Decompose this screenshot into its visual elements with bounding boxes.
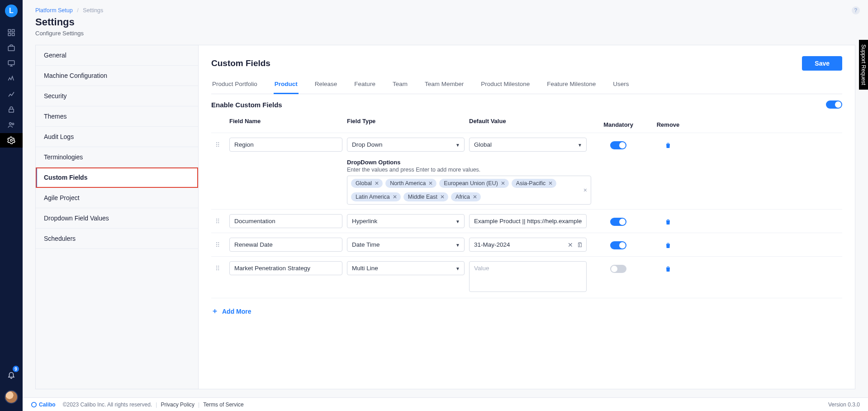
support-request-tab[interactable]: Support Request: [859, 40, 868, 90]
panel-title: Custom Fields: [211, 58, 270, 68]
sidebar-item-themes[interactable]: Themes: [36, 106, 198, 127]
help-icon[interactable]: ?: [852, 6, 860, 14]
left-nav-rail: L 9: [0, 0, 23, 411]
svg-rect-0: [8, 29, 10, 32]
tab-team-member[interactable]: Team Member: [424, 76, 465, 94]
dropdown-option-tag: Global✕: [351, 179, 383, 188]
field-type-select[interactable]: Drop Down: [347, 138, 465, 152]
tab-feature[interactable]: Feature: [353, 76, 376, 94]
sidebar-item-security[interactable]: Security: [36, 86, 198, 106]
drag-handle-icon[interactable]: ⠿: [211, 214, 225, 225]
tab-product-milestone[interactable]: Product Milestone: [480, 76, 531, 94]
footer-terms-link[interactable]: Terms of Service: [203, 401, 243, 408]
app-logo[interactable]: L: [5, 5, 18, 17]
remove-row-button[interactable]: [664, 218, 672, 227]
plus-icon: ＋: [211, 306, 218, 316]
save-button[interactable]: Save: [802, 56, 842, 71]
drag-handle-icon[interactable]: ⠿: [211, 261, 225, 272]
remove-tag-icon[interactable]: ✕: [501, 180, 505, 186]
mandatory-toggle[interactable]: [610, 265, 626, 273]
tab-release[interactable]: Release: [314, 76, 338, 94]
clear-date-icon[interactable]: ✕: [568, 241, 573, 249]
sidebar-item-custom-fields[interactable]: Custom Fields: [36, 167, 198, 188]
svg-rect-3: [12, 33, 14, 36]
dropdown-options-label: DropDown Options: [347, 159, 842, 166]
field-type-select[interactable]: Hyperlink: [347, 214, 465, 228]
svg-point-10: [32, 402, 37, 407]
rail-icon-settings[interactable]: [0, 133, 23, 148]
remove-tag-icon[interactable]: ✕: [428, 180, 433, 186]
svg-rect-1: [12, 29, 14, 32]
col-field-name: Field Name: [229, 118, 342, 124]
rail-icon-monitor[interactable]: [0, 56, 23, 71]
enable-custom-fields-label: Enable Custom Fields: [211, 101, 282, 109]
remove-tag-icon[interactable]: ✕: [548, 180, 553, 186]
rail-icon-briefcase[interactable]: [0, 41, 23, 55]
calendar-icon[interactable]: 🗓: [577, 241, 583, 249]
dropdown-option-tag: Asia-Pacific✕: [512, 179, 556, 188]
svg-rect-4: [8, 46, 14, 51]
field-type-select[interactable]: Multi Line: [347, 261, 465, 275]
enable-custom-fields-toggle[interactable]: [826, 100, 842, 109]
mandatory-toggle[interactable]: [610, 141, 626, 149]
rail-icon-notifications[interactable]: 9: [0, 368, 23, 382]
dropdown-option-tag: Middle East✕: [403, 192, 448, 201]
clear-all-tags-icon[interactable]: ×: [583, 186, 587, 194]
main-panel: Custom Fields Save Product PortfolioProd…: [198, 45, 855, 389]
user-avatar[interactable]: [5, 390, 18, 404]
svg-point-9: [10, 139, 13, 142]
remove-row-button[interactable]: [664, 241, 672, 251]
drag-handle-icon[interactable]: ⠿: [211, 138, 225, 148]
remove-tag-icon[interactable]: ✕: [393, 194, 397, 200]
sidebar-item-audit-logs[interactable]: Audit Logs: [36, 127, 198, 147]
default-value-select[interactable]: Global: [469, 138, 587, 152]
sidebar-item-agile-project[interactable]: Agile Project: [36, 188, 198, 208]
breadcrumb-root[interactable]: Platform Setup: [35, 7, 73, 14]
sidebar-item-terminologies[interactable]: Terminologies: [36, 147, 198, 167]
mandatory-toggle[interactable]: [610, 218, 626, 226]
sidebar-item-schedulers[interactable]: Schedulers: [36, 229, 198, 249]
dropdown-options-hint: Enter the values and press Enter to add …: [347, 167, 842, 173]
rail-icon-chart[interactable]: [0, 87, 23, 101]
dropdown-option-tag: Latin America✕: [351, 192, 401, 201]
sidebar-item-dropdown-field-values[interactable]: Dropdown Field Values: [36, 208, 198, 229]
drag-handle-icon[interactable]: ⠿: [211, 238, 225, 249]
field-name-input[interactable]: [229, 238, 342, 252]
dropdown-option-tag: European Union (EU)✕: [439, 179, 509, 188]
breadcrumb-leaf: Settings: [83, 7, 103, 14]
footer-privacy-link[interactable]: Privacy Policy: [161, 401, 194, 408]
tab-team[interactable]: Team: [392, 76, 408, 94]
rail-icon-activity[interactable]: [0, 72, 23, 86]
tab-feature-milestone[interactable]: Feature Milestone: [546, 76, 597, 94]
col-mandatory: Mandatory: [591, 118, 645, 128]
svg-rect-5: [8, 61, 14, 65]
field-name-input[interactable]: [229, 261, 342, 275]
tab-product-portfolio[interactable]: Product Portfolio: [211, 76, 258, 94]
sidebar-item-machine-configuration[interactable]: Machine Configuration: [36, 66, 198, 86]
default-value-textarea[interactable]: [469, 261, 587, 292]
page-title: Settings: [35, 16, 855, 28]
field-type-select[interactable]: Date Time: [347, 238, 465, 252]
rail-icon-dashboard[interactable]: [0, 25, 23, 40]
tab-users[interactable]: Users: [612, 76, 630, 94]
breadcrumb: Platform Setup / Settings: [35, 7, 855, 14]
svg-rect-6: [9, 109, 14, 112]
remove-tag-icon[interactable]: ✕: [473, 194, 477, 200]
rail-icon-lock[interactable]: [0, 102, 23, 117]
sidebar-item-general[interactable]: General: [36, 45, 198, 66]
dropdown-options-input[interactable]: Global✕North America✕European Union (EU)…: [347, 176, 591, 205]
remove-row-button[interactable]: [664, 265, 672, 274]
remove-row-button[interactable]: [664, 141, 672, 151]
col-default-value: Default Value: [469, 118, 587, 124]
settings-sidebar: GeneralMachine ConfigurationSecurityThem…: [35, 45, 198, 389]
default-value-input[interactable]: [469, 214, 587, 228]
footer-copyright: ©2023 Calibo Inc. All rights reserved.: [63, 401, 152, 408]
mandatory-toggle[interactable]: [610, 241, 626, 249]
rail-icon-users[interactable]: [0, 118, 23, 132]
remove-tag-icon[interactable]: ✕: [440, 194, 445, 200]
tab-product[interactable]: Product: [274, 76, 299, 94]
remove-tag-icon[interactable]: ✕: [375, 180, 379, 186]
field-name-input[interactable]: [229, 138, 342, 152]
field-name-input[interactable]: [229, 214, 342, 228]
add-more-button[interactable]: ＋ Add More: [211, 306, 842, 316]
